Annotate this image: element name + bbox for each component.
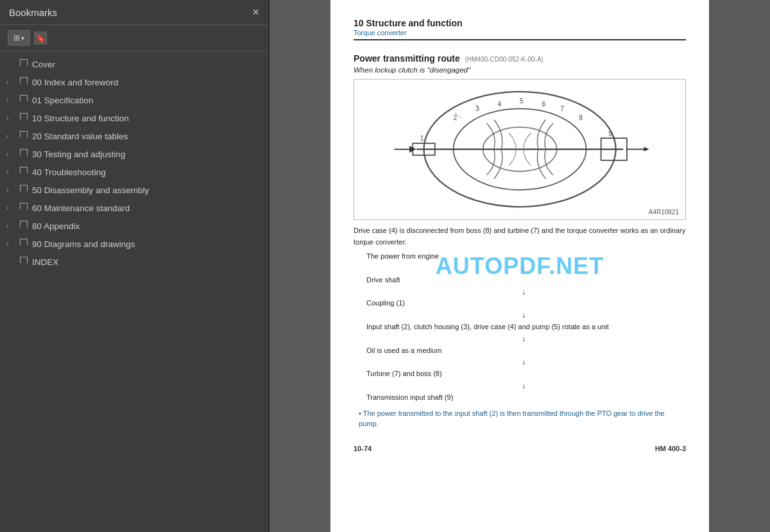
- sidebar-title: Bookmarks: [9, 7, 57, 18]
- svg-text:9: 9: [608, 130, 612, 137]
- expand-chevron: ▾: [21, 35, 24, 42]
- bookmark-label: 80 Appendix: [32, 221, 80, 231]
- bookmark-item-10-structure[interactable]: ›10 Structure and function: [0, 109, 268, 127]
- bookmark-ribbon-icon: [19, 257, 28, 267]
- doc-footer: 10-74 HM 400-3: [354, 442, 686, 452]
- flow-item: Turbine (7) and boss (8): [366, 368, 686, 381]
- bookmark-ribbon-icon: [19, 59, 28, 69]
- bookmark-ribbon-icon: [19, 239, 28, 249]
- flow-item: ↓: [361, 263, 686, 274]
- svg-text:8: 8: [579, 114, 583, 121]
- bookmark-label: 60 Maintenance standard: [32, 203, 130, 213]
- bookmark-ribbon-icon: [19, 77, 28, 87]
- bookmark-item-20-standard[interactable]: ›20 Standard value tables: [0, 127, 268, 145]
- flow-item: Oil is used as a medium: [366, 345, 686, 357]
- bookmark-label: 00 Index and foreword: [32, 78, 118, 87]
- bookmark-label: 40 Troubleshooting: [32, 167, 106, 177]
- bookmark-item-01-spec[interactable]: ›01 Specification: [0, 91, 268, 109]
- svg-text:2: 2: [453, 114, 457, 121]
- when-text: When lockup clutch is "disengaged": [354, 66, 686, 74]
- flow-item: ↓: [361, 287, 686, 298]
- torque-svg: 1 2 3 4 5 6 7 8 9: [363, 83, 677, 216]
- expand-button[interactable]: ⊞ ▾: [8, 30, 30, 46]
- bookmark-item-60-maintenance[interactable]: ›60 Maintenance standard: [0, 199, 268, 217]
- sidebar-toolbar: ⊞ ▾ 🔖: [0, 25, 268, 51]
- expand-icon: ⊞: [13, 33, 20, 42]
- bookmark-label: INDEX: [32, 257, 58, 267]
- bookmark-tool-button[interactable]: 🔖: [34, 31, 47, 44]
- torque-diagram-image: 1 2 3 4 5 6 7 8 9: [354, 79, 686, 220]
- sidebar-header: Bookmarks ×: [0, 0, 268, 25]
- body-text: Drive case (4) is disconnected from boss…: [354, 225, 686, 248]
- bookmark-label: 10 Structure and function: [32, 114, 129, 123]
- svg-text:6: 6: [542, 101, 546, 108]
- chevron-icon: ›: [6, 132, 15, 140]
- flow-item: ↓: [361, 381, 686, 391]
- flow-item: Input shaft (2), clutch housing (3), dri…: [366, 321, 686, 334]
- chevron-icon: ›: [6, 114, 15, 122]
- bookmark-item-50-disassembly[interactable]: ›50 Disassembly and assembly: [0, 181, 268, 199]
- flow-item: ↓: [361, 357, 686, 368]
- chevron-icon: ›: [6, 222, 15, 230]
- svg-text:5: 5: [520, 98, 524, 105]
- bullet-text: The power transmitted to the input shaft…: [359, 408, 686, 429]
- bookmark-ribbon-icon: [19, 221, 28, 231]
- bookmark-ribbon-icon: [19, 185, 28, 195]
- bookmark-label: 50 Disassembly and assembly: [32, 185, 149, 195]
- flow-item: Drive shaft: [366, 274, 686, 287]
- svg-text:4: 4: [497, 101, 501, 108]
- image-label: A4R10821: [649, 209, 679, 216]
- doc-subtitle: Torque converter: [354, 29, 686, 37]
- footer-model: HM 400-3: [655, 445, 686, 452]
- bookmark-item-40-trouble[interactable]: ›40 Troubleshooting: [0, 163, 268, 181]
- flow-item: ↓: [361, 310, 686, 321]
- section-title: Power transmitting route: [354, 53, 460, 64]
- bookmark-ribbon-icon: [19, 131, 28, 141]
- bookmark-item-90-diagrams[interactable]: ›90 Diagrams and drawings: [0, 235, 268, 253]
- doc-main-title: 10 Structure and function: [354, 18, 686, 28]
- flow-item: Coupling (1): [366, 297, 686, 310]
- chevron-icon: ›: [6, 204, 15, 212]
- bookmark-item-30-testing[interactable]: ›30 Testing and adjusting: [0, 145, 268, 163]
- bookmark-ribbon-icon: [19, 95, 28, 105]
- flow-item: The power from engine: [366, 250, 686, 263]
- bookmark-label: Cover: [32, 60, 55, 69]
- close-button[interactable]: ×: [252, 6, 259, 18]
- bookmark-ribbon-icon: [19, 203, 28, 213]
- chevron-icon: ›: [6, 150, 15, 158]
- bookmark-list: ›Cover›00 Index and foreword›01 Specific…: [0, 51, 268, 532]
- section-ref: (HM400-CD00-052-K-00-A): [465, 56, 543, 63]
- chevron-icon: ›: [6, 186, 15, 194]
- bookmark-item-00-index[interactable]: ›00 Index and foreword: [0, 73, 268, 91]
- sidebar: Bookmarks × ⊞ ▾ 🔖 ›Cover›00 Index and fo…: [0, 0, 270, 532]
- doc-header: 10 Structure and function Torque convert…: [354, 18, 686, 40]
- bookmark-item-80-appendix[interactable]: ›80 Appendix: [0, 217, 268, 235]
- bookmark-label: 90 Diagrams and drawings: [32, 239, 135, 249]
- chevron-icon: ›: [6, 240, 15, 248]
- bookmark-label: 01 Specification: [32, 96, 93, 105]
- bookmark-tool-icon: 🔖: [35, 33, 46, 43]
- bookmark-ribbon-icon: [19, 167, 28, 177]
- svg-marker-17: [644, 148, 649, 152]
- flow-item: ↓: [361, 334, 686, 345]
- chevron-icon: ›: [6, 96, 15, 104]
- chevron-icon: ›: [6, 168, 15, 176]
- flow-item: Transmission input shaft (9): [366, 391, 686, 404]
- bookmark-item-index[interactable]: ›INDEX: [0, 253, 268, 271]
- footer-page-number: 10-74: [354, 445, 372, 452]
- document-page: 10 Structure and function Torque convert…: [330, 0, 709, 532]
- chevron-icon: ›: [6, 78, 15, 86]
- bookmark-ribbon-icon: [19, 113, 28, 123]
- svg-text:1: 1: [420, 135, 424, 142]
- bookmark-label: 20 Standard value tables: [32, 132, 128, 141]
- main-content: AUTOPDF.NET 10 Structure and function To…: [270, 0, 770, 532]
- bookmark-label: 30 Testing and adjusting: [32, 150, 125, 159]
- svg-text:7: 7: [560, 105, 564, 112]
- flow-chart: The power from engine↓Drive shaft↓Coupli…: [361, 250, 686, 404]
- bookmark-item-cover[interactable]: ›Cover: [0, 55, 268, 73]
- bookmark-ribbon-icon: [19, 149, 28, 159]
